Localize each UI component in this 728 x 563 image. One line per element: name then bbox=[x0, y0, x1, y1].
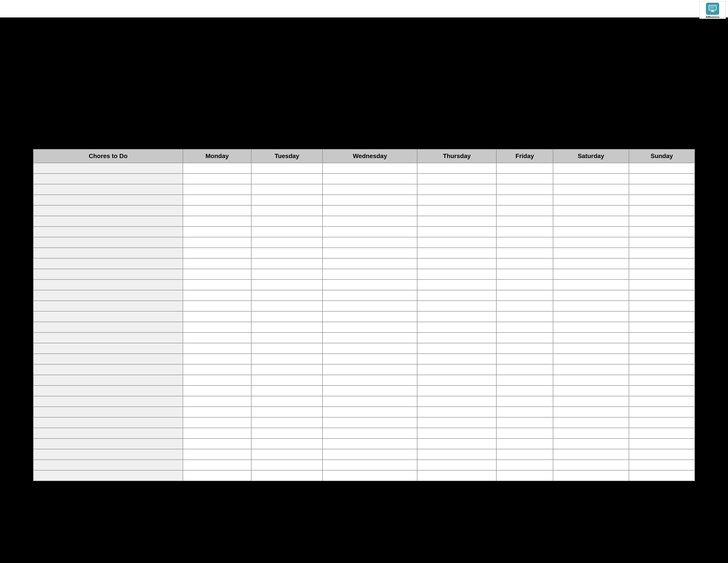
day-cell[interactable] bbox=[629, 311, 695, 322]
day-cell[interactable] bbox=[629, 428, 695, 439]
day-cell[interactable] bbox=[629, 226, 695, 237]
day-cell[interactable] bbox=[496, 439, 553, 449]
day-cell[interactable] bbox=[323, 333, 417, 343]
day-cell[interactable] bbox=[251, 184, 323, 195]
day-cell[interactable] bbox=[629, 205, 695, 216]
day-cell[interactable] bbox=[417, 248, 496, 258]
day-cell[interactable] bbox=[251, 290, 323, 301]
chore-name-cell[interactable] bbox=[33, 460, 183, 470]
day-cell[interactable] bbox=[251, 343, 323, 354]
day-cell[interactable] bbox=[629, 386, 695, 396]
day-cell[interactable] bbox=[417, 311, 496, 322]
chore-name-cell[interactable] bbox=[33, 364, 183, 375]
chore-name-cell[interactable] bbox=[33, 301, 183, 311]
day-cell[interactable] bbox=[183, 460, 251, 470]
day-cell[interactable] bbox=[553, 396, 629, 407]
day-cell[interactable] bbox=[323, 439, 417, 449]
day-cell[interactable] bbox=[496, 470, 553, 481]
day-cell[interactable] bbox=[183, 354, 251, 364]
chore-name-cell[interactable] bbox=[33, 195, 183, 205]
day-cell[interactable] bbox=[496, 417, 553, 428]
day-cell[interactable] bbox=[553, 354, 629, 364]
day-cell[interactable] bbox=[417, 163, 496, 173]
day-cell[interactable] bbox=[183, 226, 251, 237]
day-cell[interactable] bbox=[629, 322, 695, 333]
day-cell[interactable] bbox=[496, 269, 553, 279]
day-cell[interactable] bbox=[629, 333, 695, 343]
day-cell[interactable] bbox=[417, 364, 496, 375]
day-cell[interactable] bbox=[629, 290, 695, 301]
day-cell[interactable] bbox=[417, 396, 496, 407]
day-cell[interactable] bbox=[496, 322, 553, 333]
day-cell[interactable] bbox=[553, 290, 629, 301]
day-cell[interactable] bbox=[183, 333, 251, 343]
day-cell[interactable] bbox=[553, 279, 629, 290]
day-cell[interactable] bbox=[417, 333, 496, 343]
day-cell[interactable] bbox=[323, 322, 417, 333]
day-cell[interactable] bbox=[629, 343, 695, 354]
day-cell[interactable] bbox=[417, 439, 496, 449]
day-cell[interactable] bbox=[417, 195, 496, 205]
day-cell[interactable] bbox=[251, 301, 323, 311]
day-cell[interactable] bbox=[323, 269, 417, 279]
day-cell[interactable] bbox=[496, 226, 553, 237]
day-cell[interactable] bbox=[323, 279, 417, 290]
day-cell[interactable] bbox=[417, 269, 496, 279]
day-cell[interactable] bbox=[183, 322, 251, 333]
day-cell[interactable] bbox=[251, 258, 323, 269]
day-cell[interactable] bbox=[496, 333, 553, 343]
day-cell[interactable] bbox=[251, 449, 323, 460]
day-cell[interactable] bbox=[496, 205, 553, 216]
day-cell[interactable] bbox=[183, 216, 251, 226]
day-cell[interactable] bbox=[496, 311, 553, 322]
day-cell[interactable] bbox=[417, 470, 496, 481]
day-cell[interactable] bbox=[553, 226, 629, 237]
day-cell[interactable] bbox=[251, 417, 323, 428]
day-cell[interactable] bbox=[629, 407, 695, 417]
day-cell[interactable] bbox=[417, 237, 496, 248]
day-cell[interactable] bbox=[496, 184, 553, 195]
day-cell[interactable] bbox=[323, 470, 417, 481]
day-cell[interactable] bbox=[251, 226, 323, 237]
day-cell[interactable] bbox=[553, 163, 629, 173]
day-cell[interactable] bbox=[251, 173, 323, 184]
day-cell[interactable] bbox=[323, 248, 417, 258]
day-cell[interactable] bbox=[323, 301, 417, 311]
day-cell[interactable] bbox=[251, 364, 323, 375]
day-cell[interactable] bbox=[323, 226, 417, 237]
day-cell[interactable] bbox=[183, 237, 251, 248]
day-cell[interactable] bbox=[629, 449, 695, 460]
day-cell[interactable] bbox=[323, 354, 417, 364]
chore-name-cell[interactable] bbox=[33, 237, 183, 248]
day-cell[interactable] bbox=[183, 173, 251, 184]
day-cell[interactable] bbox=[183, 407, 251, 417]
day-cell[interactable] bbox=[553, 449, 629, 460]
day-cell[interactable] bbox=[323, 407, 417, 417]
day-cell[interactable] bbox=[496, 290, 553, 301]
day-cell[interactable] bbox=[629, 301, 695, 311]
day-cell[interactable] bbox=[251, 407, 323, 417]
day-cell[interactable] bbox=[496, 248, 553, 258]
day-cell[interactable] bbox=[553, 301, 629, 311]
day-cell[interactable] bbox=[417, 205, 496, 216]
day-cell[interactable] bbox=[323, 184, 417, 195]
day-cell[interactable] bbox=[183, 248, 251, 258]
day-cell[interactable] bbox=[553, 269, 629, 279]
chore-name-cell[interactable] bbox=[33, 449, 183, 460]
day-cell[interactable] bbox=[417, 258, 496, 269]
day-cell[interactable] bbox=[496, 195, 553, 205]
day-cell[interactable] bbox=[496, 386, 553, 396]
day-cell[interactable] bbox=[496, 354, 553, 364]
day-cell[interactable] bbox=[553, 364, 629, 375]
day-cell[interactable] bbox=[629, 258, 695, 269]
day-cell[interactable] bbox=[251, 333, 323, 343]
day-cell[interactable] bbox=[323, 205, 417, 216]
chore-name-cell[interactable] bbox=[33, 396, 183, 407]
day-cell[interactable] bbox=[496, 237, 553, 248]
day-cell[interactable] bbox=[323, 311, 417, 322]
day-cell[interactable] bbox=[553, 248, 629, 258]
day-cell[interactable] bbox=[496, 364, 553, 375]
day-cell[interactable] bbox=[553, 375, 629, 386]
day-cell[interactable] bbox=[553, 333, 629, 343]
day-cell[interactable] bbox=[323, 396, 417, 407]
